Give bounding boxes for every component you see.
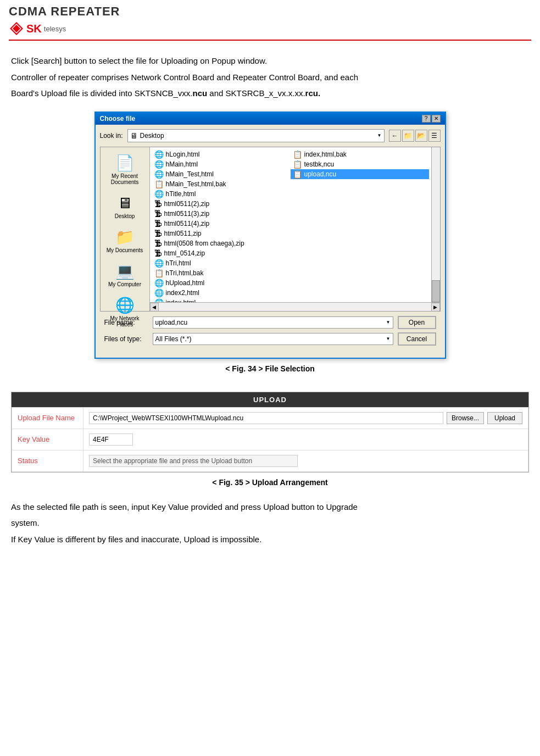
- file-dialog: Choose file ? ✕ Look in: 🖥 Desktop ▼: [94, 112, 446, 359]
- html-icon: 🌐: [154, 259, 164, 268]
- file-item[interactable]: 🌐hMain,html: [152, 159, 291, 169]
- html-icon: 🌐: [154, 150, 164, 159]
- sidebar-desktop[interactable]: 🖥 Desktop: [103, 192, 147, 221]
- sk-logo: SK telesys: [9, 21, 66, 36]
- filename-input[interactable]: upload,ncu ▼: [153, 316, 393, 329]
- upload-filename-cell: Browse... Upload: [83, 407, 528, 429]
- dialog-footer: File name: upload,ncu ▼ Open Files of ty…: [100, 312, 441, 353]
- file-dialog-wrapper: Choose file ? ✕ Look in: 🖥 Desktop ▼: [11, 112, 529, 386]
- zip-icon: 🗜: [154, 209, 162, 218]
- look-in-toolbar: ← 📁 📂 ☰: [389, 130, 441, 142]
- upload-table: Upload File Name Browse... Upload Key Va…: [12, 407, 528, 472]
- browse-button[interactable]: Browse...: [447, 412, 484, 424]
- file-item[interactable]: 📋hMain_Test,html,bak: [152, 179, 291, 189]
- dialog-main: 📄 My RecentDocuments 🖥 Desktop 📁 My Docu…: [100, 147, 441, 312]
- file-item[interactable]: 🌐hTri,html: [152, 258, 291, 268]
- sk-text: SK: [26, 23, 42, 35]
- look-in-value: Desktop: [140, 132, 164, 140]
- upload-file-path-input[interactable]: [89, 412, 443, 424]
- key-value-cell: [83, 429, 528, 450]
- sidebar-my-computer[interactable]: 💻 My Computer: [103, 260, 147, 290]
- look-in-row: Look in: 🖥 Desktop ▼ ← 📁 📂 ☰: [100, 129, 441, 142]
- file-column-2: 📋index,html,bak 📋testbk,ncu 📋upload,ncu: [291, 149, 429, 302]
- bak-icon: 📋: [154, 269, 164, 277]
- key-value-input[interactable]: [89, 433, 133, 446]
- intro-line2: Controller of repeater comprises Network…: [11, 70, 529, 85]
- file-item[interactable]: 📋index,html,bak: [291, 149, 429, 159]
- page-header: CDMA REPEATER SK telesys: [0, 0, 540, 41]
- status-label: Status: [12, 450, 83, 471]
- html-icon: 🌐: [154, 298, 164, 302]
- back-button[interactable]: ←: [389, 130, 401, 142]
- html-icon: 🌐: [154, 279, 164, 287]
- file-item[interactable]: 📋testbk,ncu: [291, 159, 429, 169]
- bak-icon: 📋: [154, 180, 164, 188]
- sk-subtext: telesys: [44, 25, 66, 33]
- my-network-icon: 🌐: [115, 296, 135, 314]
- cancel-button[interactable]: Cancel: [398, 332, 436, 346]
- file-item[interactable]: 🗜html_0514,zip: [152, 248, 291, 258]
- file-item[interactable]: 🗜html0511,zip: [152, 229, 291, 238]
- dropdown-arrow-icon: ▼: [377, 133, 382, 138]
- table-row: Upload File Name Browse... Upload: [12, 407, 528, 429]
- file-item[interactable]: 🗜html0511(3),zip: [152, 209, 291, 219]
- file-item[interactable]: 🌐index2,html: [152, 288, 291, 298]
- desktop-sidebar-icon: 🖥: [117, 194, 132, 212]
- dialog-close-button[interactable]: ✕: [432, 115, 441, 123]
- filetype-label: Files of type:: [104, 335, 148, 343]
- h-scrollbar-track: [159, 303, 431, 311]
- page-title: CDMA REPEATER: [9, 4, 531, 19]
- look-in-label: Look in:: [100, 132, 123, 140]
- file-item[interactable]: 🗜html0511(4),zip: [152, 219, 291, 229]
- dialog-title: Choose file: [100, 115, 136, 123]
- upload-filename-label: Upload File Name: [12, 407, 83, 429]
- new-folder-button[interactable]: 📂: [415, 130, 427, 142]
- scroll-right-button[interactable]: ▶: [431, 303, 440, 311]
- file-item[interactable]: 🌐hTitle,html: [152, 189, 291, 199]
- fig34-caption: < Fig. 34 > File Selection: [225, 364, 315, 373]
- file-item[interactable]: 🌐hLogin,html: [152, 149, 291, 159]
- sk-diamond-icon: [9, 21, 24, 36]
- dialog-body: Look in: 🖥 Desktop ▼ ← 📁 📂 ☰: [96, 125, 445, 358]
- filename-dropdown-icon: ▼: [386, 320, 391, 325]
- bottom-line2: system.: [11, 516, 529, 530]
- main-content: Click [Search] button to select the file…: [0, 41, 540, 559]
- file-column-1: 🌐hLogin,html 🌐hMain,html 🌐hMain_Test,htm…: [152, 149, 291, 302]
- intro-line1: Click [Search] button to select the file…: [11, 54, 529, 68]
- recent-docs-icon: 📄: [115, 154, 135, 172]
- table-row: Status: [12, 450, 528, 471]
- bottom-line1: As the selected file path is seen, input…: [11, 500, 529, 514]
- dialog-help-button[interactable]: ?: [422, 115, 431, 123]
- ncu-icon: 📋: [293, 160, 302, 169]
- upload-table-header: UPLOAD: [12, 392, 528, 407]
- look-in-select[interactable]: 🖥 Desktop ▼: [127, 129, 385, 142]
- file-item[interactable]: 🌐index,html: [152, 298, 291, 302]
- file-item[interactable]: 🗜html(0508 from chaega),zip: [152, 238, 291, 248]
- up-folder-button[interactable]: 📁: [402, 130, 414, 142]
- intro-section: Click [Search] button to select the file…: [11, 54, 529, 101]
- scroll-left-button[interactable]: ◀: [150, 303, 159, 311]
- file-item[interactable]: 🗜html0511(2),zip: [152, 199, 291, 209]
- file-item[interactable]: 🌐hMain_Test,html: [152, 169, 291, 179]
- html-icon: 🌐: [154, 170, 164, 179]
- html-icon: 🌐: [154, 160, 164, 169]
- sidebar-my-documents[interactable]: 📁 My Documents: [103, 226, 147, 255]
- filetype-row: Files of type: All Files (*.*) ▼ Cancel: [104, 332, 436, 346]
- view-button[interactable]: ☰: [428, 130, 441, 142]
- sidebar-my-recent[interactable]: 📄 My RecentDocuments: [103, 152, 147, 187]
- bottom-line3: If Key Value is different by files and i…: [11, 532, 529, 547]
- file-item[interactable]: 📋hTri,html,bak: [152, 268, 291, 278]
- logo-container: SK telesys: [9, 21, 531, 36]
- bak-icon: 📋: [293, 150, 302, 159]
- filetype-input[interactable]: All Files (*.*) ▼: [153, 333, 393, 345]
- file-item[interactable]: 🌐hUpload,html: [152, 278, 291, 288]
- upload-table-wrapper: UPLOAD Upload File Name Browse... Upload…: [11, 392, 529, 472]
- zip-icon: 🗜: [154, 249, 162, 258]
- file-item-selected[interactable]: 📋upload,ncu: [291, 169, 429, 179]
- html-icon: 🌐: [154, 190, 164, 198]
- open-button[interactable]: Open: [398, 316, 436, 329]
- files-scrollbar[interactable]: [431, 147, 440, 302]
- upload-file-row: Browse... Upload: [89, 412, 522, 424]
- filetype-dropdown-icon: ▼: [386, 336, 391, 341]
- upload-button[interactable]: Upload: [487, 412, 522, 424]
